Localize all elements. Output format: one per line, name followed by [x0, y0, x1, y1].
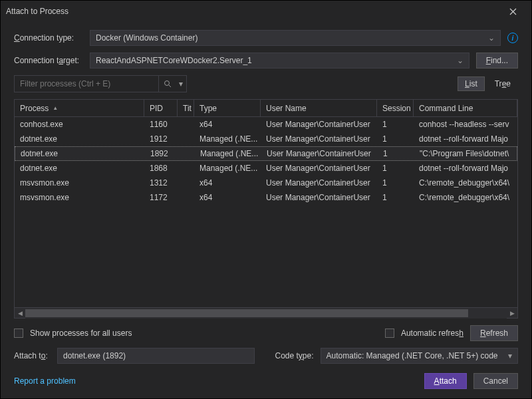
horizontal-scrollbar[interactable]: ◀ ▶: [15, 307, 517, 318]
grid-header: Process▲ PID Tit Type User Name Session …: [15, 100, 517, 117]
cell: conhost.exe: [15, 120, 144, 129]
cell: User Manager\ContainerUser: [261, 164, 377, 173]
options-row: Show processes for all users Automatic r…: [14, 325, 518, 341]
sort-asc-icon: ▲: [53, 105, 58, 111]
attach-to-row: Attach to: dotnet.exe (1892) Code type: …: [14, 348, 518, 364]
show-all-users-checkbox[interactable]: [14, 329, 23, 338]
show-all-users-label: Show processes for all users: [30, 329, 132, 338]
grid-body: conhost.exe1160x64User Manager\Container…: [15, 117, 517, 307]
cancel-button[interactable]: Cancel: [473, 373, 518, 389]
cell: User Manager\ContainerUser: [261, 178, 377, 188]
scroll-track[interactable]: [25, 308, 507, 319]
table-row[interactable]: msvsmon.exe1172x64User Manager\Container…: [15, 190, 517, 205]
attach-to-value: dotnet.exe (1892): [63, 351, 126, 360]
scroll-left-icon[interactable]: ◀: [15, 308, 25, 319]
cell: 1: [378, 149, 414, 158]
tree-view-toggle[interactable]: Tree: [487, 76, 518, 91]
cell: Managed (.NE...: [194, 164, 261, 173]
chevron-down-icon: ⌄: [457, 56, 464, 65]
table-row[interactable]: dotnet.exe1868Managed (.NE...User Manage…: [15, 161, 517, 176]
cell: dotnet.exe: [15, 149, 145, 158]
cell: x64: [194, 193, 261, 202]
col-title[interactable]: Tit: [178, 100, 194, 116]
search-icon[interactable]: [158, 76, 176, 92]
cell: 1312: [144, 178, 178, 188]
find-button[interactable]: Find...: [476, 53, 518, 68]
table-row[interactable]: msvsmon.exe1312x64User Manager\Container…: [15, 176, 517, 190]
cell: Managed (.NE...: [194, 134, 261, 144]
col-user[interactable]: User Name: [261, 100, 377, 116]
connection-target-combo[interactable]: ReactAndASPNETCoreWDocker2.Server_1 ⌄: [90, 53, 469, 68]
cell: x64: [194, 178, 261, 188]
auto-refresh-label: Automatic refresh: [401, 329, 464, 338]
close-button[interactable]: [499, 1, 526, 21]
cell: "C:\Program Files\dotnet\: [414, 149, 517, 158]
cell: msvsmon.exe: [15, 178, 144, 188]
attach-to-field[interactable]: dotnet.exe (1892): [57, 348, 255, 364]
filter-dropdown-icon[interactable]: ▾: [176, 76, 186, 92]
cell: User Manager\ContainerUser: [261, 149, 378, 158]
col-pid[interactable]: PID: [144, 100, 178, 116]
cell: C:\remote_debugger\x64\: [414, 178, 517, 188]
cell: 1: [377, 134, 414, 144]
cell: 1160: [144, 120, 178, 129]
scroll-right-icon[interactable]: ▶: [507, 308, 517, 319]
chevron-down-icon: ▾: [508, 351, 512, 360]
dialog-title: Attach to Process: [6, 7, 499, 16]
table-row[interactable]: conhost.exe1160x64User Manager\Container…: [15, 117, 517, 132]
attach-button[interactable]: Attach: [424, 373, 467, 389]
connection-target-value: ReactAndASPNETCoreWDocker2.Server_1: [96, 56, 252, 65]
col-process[interactable]: Process▲: [15, 100, 144, 116]
cell: User Manager\ContainerUser: [261, 120, 377, 129]
dialog-content: Connection type: Docker (Windows Contain…: [1, 22, 531, 398]
cell: msvsmon.exe: [15, 193, 144, 202]
cell: 1: [377, 164, 414, 173]
cell: dotnet.exe: [15, 164, 144, 173]
code-type-label: Code type:: [275, 351, 313, 360]
process-grid: Process▲ PID Tit Type User Name Session …: [14, 99, 518, 319]
connection-type-label: Connection type:: [14, 33, 83, 43]
close-icon: [509, 8, 517, 15]
cell: Managed (.NE...: [195, 149, 261, 158]
filter-row: ▾ List Tree: [14, 75, 518, 92]
connection-type-value: Docker (Windows Container): [96, 33, 198, 43]
info-icon[interactable]: i: [507, 33, 518, 43]
code-type-value: Automatic: Managed (.NET Core, .NET 5+) …: [327, 351, 498, 360]
table-row[interactable]: dotnet.exe1892Managed (.NE...User Manage…: [15, 146, 517, 161]
cell: C:\remote_debugger\x64\: [414, 193, 517, 202]
titlebar: Attach to Process: [1, 1, 531, 22]
table-row[interactable]: dotnet.exe1912Managed (.NE...User Manage…: [15, 132, 517, 146]
refresh-button[interactable]: Refresh: [470, 325, 518, 341]
scroll-thumb[interactable]: [25, 309, 468, 317]
report-problem-link[interactable]: Report a problem: [14, 376, 76, 386]
col-type[interactable]: Type: [194, 100, 261, 116]
cell: 1868: [144, 164, 178, 173]
chevron-down-icon: ⌄: [488, 33, 495, 43]
cell: x64: [194, 120, 261, 129]
col-cmd[interactable]: Command Line: [414, 100, 517, 116]
cell: 1912: [144, 134, 178, 144]
attach-to-label: Attach to:: [14, 351, 51, 360]
cell: 1: [377, 178, 414, 188]
cell: User Manager\ContainerUser: [261, 134, 377, 144]
cell: dotnet --roll-forward Majo: [414, 164, 517, 173]
cell: 1: [377, 193, 414, 202]
cell: 1172: [144, 193, 178, 202]
filter-box: ▾: [14, 75, 187, 92]
cell: User Manager\ContainerUser: [261, 193, 377, 202]
cell: dotnet --roll-forward Majo: [414, 134, 517, 144]
col-session[interactable]: Session: [377, 100, 414, 116]
connection-type-combo[interactable]: Docker (Windows Container) ⌄: [90, 30, 501, 46]
auto-refresh-checkbox[interactable]: [385, 329, 394, 338]
code-type-combo[interactable]: Automatic: Managed (.NET Core, .NET 5+) …: [321, 348, 518, 364]
cell: conhost --headless --serv: [414, 120, 517, 129]
cell: 1: [377, 120, 414, 129]
svg-point-0: [164, 81, 169, 86]
connection-target-label: Connection target:: [14, 56, 83, 65]
filter-input[interactable]: [15, 76, 158, 92]
cell: dotnet.exe: [15, 134, 144, 144]
view-toggle: List Tree: [458, 76, 518, 91]
list-view-toggle[interactable]: List: [458, 76, 485, 91]
connection-target-row: Connection target: ReactAndASPNETCoreWDo…: [14, 53, 518, 68]
footer-row: Report a problem Attach Cancel: [14, 373, 518, 389]
